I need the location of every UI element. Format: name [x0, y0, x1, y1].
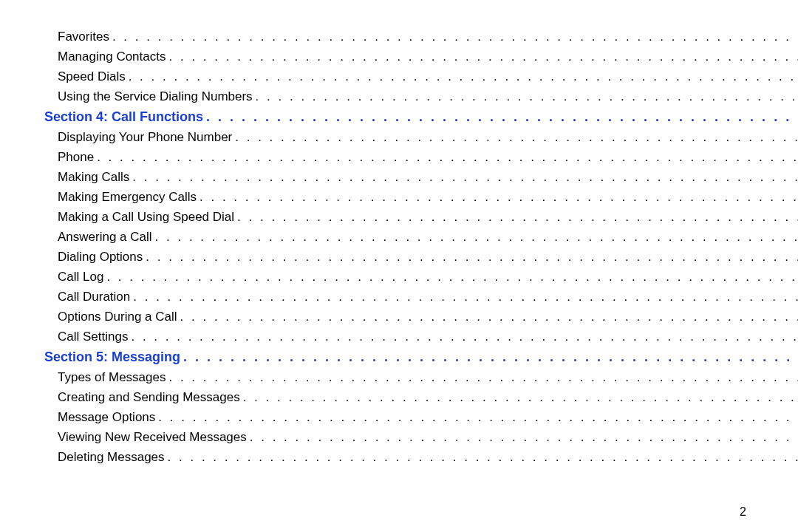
toc-entry-label: Making a Call Using Speed Dial	[58, 210, 234, 225]
toc-entry-label: Call Log	[58, 270, 103, 284]
toc-leader-dots	[250, 430, 798, 445]
toc-leader-dots	[132, 170, 798, 185]
toc-entry[interactable]: Message Options83	[44, 410, 798, 425]
toc-section-heading[interactable]: Section 4: Call Functions67	[44, 109, 798, 125]
toc-leader-dots	[168, 50, 798, 64]
toc-entry-label: Options During a Call	[58, 310, 177, 324]
toc-leader-dots	[112, 30, 798, 44]
toc-entry-label: Creating and Sending Messages	[58, 390, 240, 405]
toc-entry[interactable]: Creating and Sending Messages82	[44, 390, 798, 405]
toc-entry[interactable]: Making Emergency Calls70	[44, 190, 798, 205]
toc-leader-dots	[158, 410, 798, 425]
toc-entry[interactable]: Making a Call Using Speed Dial71	[44, 210, 798, 225]
toc-entry-label: Answering a Call	[58, 230, 152, 245]
toc-entry[interactable]: Options During a Call76	[44, 310, 798, 324]
toc-column-left: Favorites63Managing Contacts64Speed Dial…	[44, 30, 798, 470]
toc-entry[interactable]: Call Log73	[44, 270, 798, 284]
toc-entry-label: Viewing New Received Messages	[58, 430, 247, 445]
toc-entry[interactable]: Call Duration75	[44, 290, 798, 304]
toc-leader-dots	[146, 250, 798, 265]
toc-entry[interactable]: Dialing Options72	[44, 250, 798, 265]
toc-columns: Favorites63Managing Contacts64Speed Dial…	[44, 30, 754, 470]
toc-entry[interactable]: Making Calls67	[44, 170, 798, 185]
toc-entry-label: Message Options	[58, 410, 155, 425]
toc-leader-dots	[168, 370, 798, 385]
toc-entry[interactable]: Deleting Messages85	[44, 450, 798, 465]
toc-entry-label: Types of Messages	[58, 370, 166, 385]
toc-entry[interactable]: Using the Service Dialing Numbers66	[44, 89, 798, 104]
toc-entry[interactable]: Call Settings80	[44, 330, 798, 344]
toc-entry-label: Making Emergency Calls	[58, 190, 197, 205]
toc-entry-label: Favorites	[58, 30, 109, 44]
toc-leader-dots	[131, 330, 798, 344]
toc-leader-dots	[200, 190, 798, 205]
toc-entry-label: Deleting Messages	[58, 450, 165, 465]
toc-entry-label: Section 5: Messaging	[44, 349, 180, 365]
toc-entry-label: Using the Service Dialing Numbers	[58, 89, 253, 104]
toc-entry-label: Making Calls	[58, 170, 129, 185]
toc-entry-label: Phone	[58, 150, 94, 165]
toc-entry[interactable]: Types of Messages81	[44, 370, 798, 385]
page-number: 2	[740, 505, 746, 519]
toc-entry-label: Displaying Your Phone Number	[58, 130, 232, 145]
toc-entry[interactable]: Viewing New Received Messages84	[44, 430, 798, 445]
toc-entry-label: Call Duration	[58, 290, 130, 304]
toc-leader-dots	[256, 89, 798, 104]
toc-entry-label: Dialing Options	[58, 250, 143, 265]
toc-entry-label: Section 4: Call Functions	[44, 109, 203, 125]
toc-leader-dots	[133, 290, 798, 304]
toc-entry-label: Managing Contacts	[58, 50, 166, 64]
toc-entry[interactable]: Favorites63	[44, 30, 798, 44]
toc-leader-dots	[237, 210, 798, 225]
toc-leader-dots	[206, 109, 798, 125]
toc-leader-dots	[180, 310, 798, 324]
toc-leader-dots	[235, 130, 798, 145]
toc-leader-dots	[155, 230, 798, 245]
toc-leader-dots	[243, 390, 798, 405]
toc-entry-label: Call Settings	[58, 330, 128, 344]
toc-leader-dots	[97, 150, 798, 165]
toc-leader-dots	[168, 450, 798, 465]
toc-leader-dots	[183, 349, 798, 365]
toc-section-heading[interactable]: Section 5: Messaging81	[44, 349, 798, 365]
toc-entry[interactable]: Phone67	[44, 150, 798, 165]
toc-leader-dots	[106, 270, 798, 284]
toc-entry[interactable]: Answering a Call71	[44, 230, 798, 245]
toc-entry[interactable]: Managing Contacts64	[44, 50, 798, 64]
toc-entry[interactable]: Speed Dials66	[44, 69, 798, 84]
toc-entry-label: Speed Dials	[58, 69, 126, 84]
toc-entry[interactable]: Displaying Your Phone Number67	[44, 130, 798, 145]
toc-leader-dots	[129, 69, 798, 84]
